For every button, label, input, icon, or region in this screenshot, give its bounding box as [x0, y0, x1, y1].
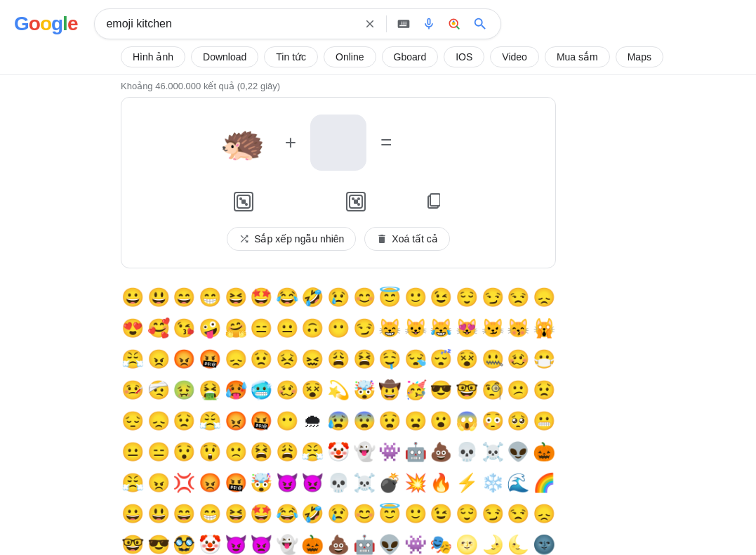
emoji-cell[interactable]: 😩 [326, 344, 351, 374]
emoji-cell[interactable]: 🥵 [223, 375, 248, 405]
emoji-cell[interactable]: 😶 [326, 313, 351, 343]
emoji-cell[interactable]: 😯 [172, 437, 197, 466]
emoji-cell[interactable]: 🌝 [455, 530, 479, 555]
emoji-cell[interactable]: 👿 [300, 468, 325, 497]
emoji-cell[interactable]: 👾 [404, 530, 428, 555]
emoji-cell[interactable]: 👾 [378, 437, 402, 466]
emoji-cell[interactable]: 💩 [429, 437, 453, 466]
emoji-cell[interactable]: 🎃 [300, 530, 325, 555]
emoji-cell[interactable]: 🥰 [147, 313, 171, 343]
voice-search-button[interactable] [420, 15, 437, 32]
emoji-cell[interactable]: 🌚 [532, 530, 557, 555]
clear-button[interactable]: Xoá tất cả [364, 227, 449, 251]
dice-icon-left[interactable] [215, 188, 272, 216]
emoji-cell[interactable]: 😍 [121, 313, 145, 343]
emoji-cell[interactable]: 😁 [198, 499, 223, 528]
emoji-cell[interactable]: 💩 [326, 530, 351, 555]
emoji-cell[interactable]: 😫 [352, 344, 376, 374]
emoji-cell[interactable]: 🤠 [378, 375, 402, 405]
filter-video[interactable]: Video [490, 46, 539, 67]
emoji-cell[interactable]: 😌 [455, 282, 479, 312]
emoji-cell[interactable]: 😼 [480, 313, 505, 343]
emoji-cell[interactable]: 😀 [121, 282, 145, 312]
emoji-cell[interactable]: 🤮 [198, 375, 223, 405]
emoji-cell[interactable]: 😠 [147, 468, 171, 497]
search-button[interactable] [471, 15, 489, 33]
emoji-cell[interactable]: 😈 [275, 468, 300, 497]
emoji-cell[interactable]: 💀 [455, 437, 479, 466]
emoji-cell[interactable]: 😑 [147, 437, 171, 466]
filter-mua-sam[interactable]: Mua sắm [545, 46, 610, 67]
emoji-cell[interactable]: 😽 [506, 313, 531, 343]
emoji-cell[interactable]: 🧐 [480, 375, 505, 405]
emoji-cell[interactable]: 😏 [352, 313, 376, 343]
emoji-cell[interactable]: 🤪 [198, 313, 223, 343]
emoji-cell[interactable]: 😻 [455, 313, 479, 343]
emoji-cell[interactable]: 😤 [300, 437, 325, 466]
filter-maps[interactable]: Maps [616, 46, 663, 67]
emoji-cell[interactable]: 🥺 [506, 406, 531, 436]
emoji-cell[interactable]: 😄 [172, 282, 197, 312]
emoji-cell[interactable]: 😞 [532, 499, 557, 528]
emoji-cell[interactable]: 😧 [378, 406, 402, 436]
filter-ios[interactable]: IOS [444, 46, 484, 67]
emoji-cell[interactable]: 🤬 [198, 344, 223, 374]
emoji-cell[interactable]: 💫 [326, 375, 351, 405]
emoji-cell[interactable]: 🌧 [300, 406, 325, 436]
emoji-cell[interactable]: 😐 [275, 313, 300, 343]
emoji-cell[interactable]: 🤐 [480, 344, 505, 374]
emoji-cell[interactable]: 🤣 [300, 499, 325, 528]
emoji-cell[interactable]: 😤 [121, 468, 145, 497]
emoji-cell[interactable]: 😨 [352, 406, 376, 436]
emoji-cell[interactable]: 💢 [172, 468, 197, 497]
emoji-cell[interactable]: 🤡 [326, 437, 351, 466]
emoji-cell[interactable]: 😪 [404, 344, 428, 374]
filter-tin-tuc[interactable]: Tin tức [264, 46, 318, 67]
filter-download[interactable]: Download [191, 46, 258, 67]
emoji-cell[interactable]: 😤 [198, 406, 223, 436]
emoji-cell[interactable]: 😞 [223, 344, 248, 374]
emoji-cell[interactable]: 🤬 [249, 406, 274, 436]
emoji-cell[interactable]: 😆 [223, 499, 248, 528]
emoji-cell[interactable]: 😫 [249, 437, 274, 466]
emoji-cell[interactable]: 😇 [378, 499, 402, 528]
emoji-cell[interactable]: 😺 [404, 313, 428, 343]
emoji-cell[interactable]: 😆 [223, 282, 248, 312]
emoji-cell[interactable]: 🤖 [352, 530, 376, 555]
filter-hinh-anh[interactable]: Hình ảnh [121, 46, 185, 67]
emoji-cell[interactable]: 😳 [480, 406, 505, 436]
emoji-cell[interactable]: 😬 [532, 406, 557, 436]
emoji-cell[interactable]: 👿 [249, 530, 274, 555]
emoji-cell[interactable]: ❄️ [480, 468, 505, 497]
emoji-cell[interactable]: 😡 [198, 468, 223, 497]
emoji-cell[interactable]: 😑 [249, 313, 274, 343]
emoji-cell[interactable]: 😶 [275, 406, 300, 436]
emoji-cell[interactable]: 🥳 [404, 375, 428, 405]
emoji-cell[interactable]: 🙁 [223, 437, 248, 466]
emoji-cell[interactable]: 😞 [532, 282, 557, 312]
emoji-cell[interactable]: 🤯 [352, 375, 376, 405]
emoji-cell[interactable]: ☠️ [352, 468, 376, 497]
emoji-cell[interactable]: 😎 [429, 375, 453, 405]
visual-search-button[interactable] [446, 15, 463, 32]
emoji-cell[interactable]: 😃 [147, 499, 171, 528]
emoji-cell[interactable]: 🙀 [532, 313, 557, 343]
search-input[interactable]: emoji kitchen [106, 18, 355, 30]
emoji-cell[interactable]: 😵 [300, 375, 325, 405]
emoji-cell[interactable]: 😒 [506, 499, 531, 528]
emoji-cell[interactable]: 😰 [326, 406, 351, 436]
emoji-cell[interactable]: 👻 [352, 437, 376, 466]
emoji-cell[interactable]: 😲 [198, 437, 223, 466]
emoji-cell[interactable]: 😟 [249, 344, 274, 374]
emoji-cell[interactable]: 😮 [429, 406, 453, 436]
emoji-cell[interactable]: 💣 [378, 468, 402, 497]
emoji-cell[interactable]: 🔥 [429, 468, 453, 497]
emoji-cell[interactable]: 🤓 [121, 530, 145, 555]
emoji-cell[interactable]: 😟 [172, 406, 197, 436]
emoji-cell[interactable]: 😡 [223, 406, 248, 436]
emoji-cell[interactable]: 🥶 [249, 375, 274, 405]
emoji-cell[interactable]: 😱 [455, 406, 479, 436]
emoji-cell[interactable]: 😷 [532, 344, 557, 374]
emoji-cell[interactable]: 😊 [352, 282, 376, 312]
emoji-cell[interactable]: 😉 [429, 282, 453, 312]
